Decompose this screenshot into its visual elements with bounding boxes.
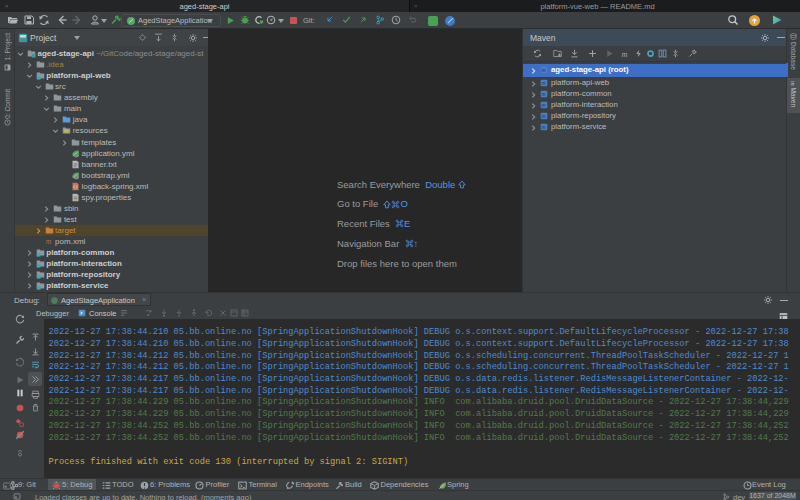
svg-text:m: m	[542, 67, 546, 73]
svg-text:m: m	[542, 91, 546, 97]
svg-text:m: m	[45, 237, 51, 246]
svg-text:m: m	[542, 102, 546, 108]
svg-text:m: m	[542, 80, 546, 86]
svg-text:m: m	[621, 50, 627, 59]
svg-text:m: m	[542, 124, 546, 130]
svg-text:m: m	[542, 113, 546, 119]
